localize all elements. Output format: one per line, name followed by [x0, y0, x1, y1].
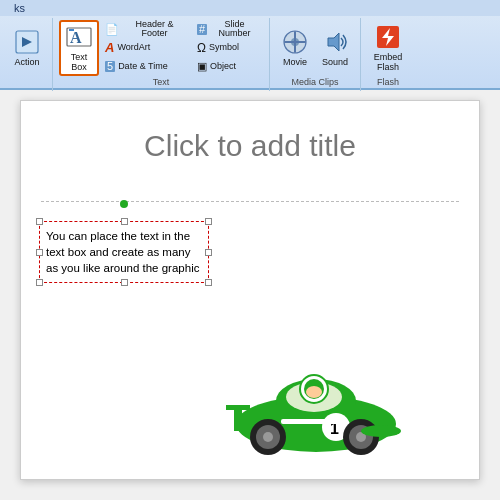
- text-box-text: You can place the text in the text box a…: [46, 228, 202, 276]
- svg-point-25: [263, 432, 273, 442]
- movie-label: Movie: [283, 58, 307, 68]
- ribbon-group-media: Movie Sound Media Clips: [272, 18, 361, 91]
- handle-bot-mid[interactable]: [121, 279, 128, 286]
- action-icon: [13, 28, 41, 56]
- slide: Click to add title You can place the tex…: [20, 100, 480, 480]
- header-icon: 📄: [105, 24, 119, 35]
- svg-rect-8: [284, 41, 306, 43]
- handle-top-left[interactable]: [36, 218, 43, 225]
- ribbon-group-action: Action: [4, 18, 53, 91]
- wordart-icon: A: [105, 41, 114, 54]
- header-label: Header & Footer: [122, 20, 187, 38]
- movie-icon: [281, 28, 309, 56]
- slide-title[interactable]: Click to add title: [144, 129, 356, 163]
- ribbon-group-flash: EmbedFlash Flash: [363, 18, 415, 91]
- handle-top-mid[interactable]: [121, 218, 128, 225]
- date-label: Date & Time: [118, 62, 168, 71]
- header-footer-button[interactable]: 📄 Header & Footer: [101, 21, 191, 38]
- slide-number-button[interactable]: # Slide Number: [193, 21, 263, 38]
- svg-rect-4: [69, 29, 74, 31]
- text-group-label: Text: [153, 77, 170, 89]
- date-time-button[interactable]: 5 Date & Time: [101, 58, 191, 75]
- slide-number-icon: #: [197, 24, 207, 35]
- sound-icon: [321, 28, 349, 56]
- symbol-button[interactable]: Ω Symbol: [193, 39, 263, 56]
- text-box-icon: A: [65, 23, 93, 51]
- symbol-label: Symbol: [209, 43, 239, 52]
- ribbon: ks Action: [0, 0, 500, 90]
- sound-button[interactable]: Sound: [316, 20, 354, 76]
- embed-flash-icon: [374, 23, 402, 51]
- wordart-button[interactable]: A WordArt: [101, 39, 191, 56]
- svg-marker-9: [328, 33, 339, 51]
- slide-area: Click to add title You can place the tex…: [0, 90, 500, 500]
- handle-mid-right[interactable]: [205, 249, 212, 256]
- embed-flash-button[interactable]: EmbedFlash: [367, 20, 409, 76]
- embed-flash-label: EmbedFlash: [374, 53, 403, 73]
- ribbon-group-text: A TextBox 📄 Header & Footer A WordArt: [55, 18, 270, 91]
- ribbon-content: Action A TextBox: [0, 16, 500, 91]
- svg-point-17: [306, 386, 322, 398]
- object-label: Object: [210, 62, 236, 71]
- flash-group-label: Flash: [377, 77, 399, 89]
- svg-rect-27: [234, 407, 242, 431]
- object-button[interactable]: ▣ Object: [193, 58, 263, 75]
- ribbon-tab-bar: ks: [0, 0, 500, 16]
- media-group-label: Media Clips: [291, 77, 338, 89]
- slide-divider: [41, 201, 459, 202]
- svg-point-26: [361, 425, 401, 437]
- svg-rect-28: [226, 405, 250, 410]
- movie-button[interactable]: Movie: [276, 20, 314, 76]
- wordart-label: WordArt: [117, 43, 150, 52]
- handle-bot-left[interactable]: [36, 279, 43, 286]
- object-icon: ▣: [197, 61, 207, 72]
- action-label: Action: [14, 58, 39, 68]
- text-box-label: TextBox: [71, 53, 88, 73]
- text-box-button[interactable]: A TextBox: [59, 20, 99, 76]
- handle-mid-left[interactable]: [36, 249, 43, 256]
- action-button[interactable]: Action: [8, 20, 46, 76]
- handle-top-right[interactable]: [205, 218, 212, 225]
- handle-bot-right[interactable]: [205, 279, 212, 286]
- date-icon: 5: [105, 61, 115, 72]
- text-box-container[interactable]: You can place the text in the text box a…: [39, 221, 209, 321]
- sound-label: Sound: [322, 58, 348, 68]
- car-image: 1: [206, 319, 426, 469]
- slide-number-label: Slide Number: [210, 20, 259, 38]
- text-box-selected: You can place the text in the text box a…: [39, 221, 209, 283]
- svg-text:A: A: [70, 29, 82, 46]
- rotate-handle[interactable]: [120, 200, 128, 208]
- symbol-icon: Ω: [197, 42, 206, 54]
- svg-rect-29: [281, 419, 341, 424]
- tab-ks[interactable]: ks: [4, 0, 35, 16]
